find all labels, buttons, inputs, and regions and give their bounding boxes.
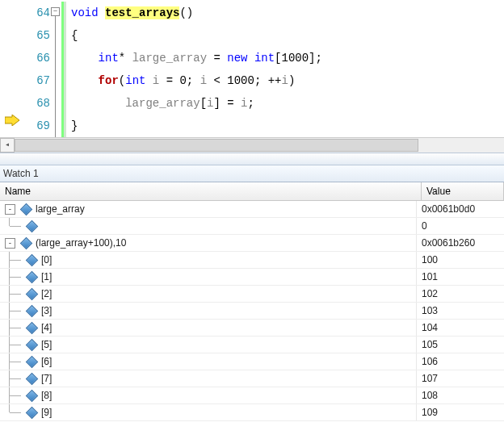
watch-row[interactable]: [5]105 [0,337,504,353]
code-token: large_array [125,97,200,110]
code-editor[interactable]: 64 65 66 67 68 69 − void test_arrays(){ … [0,0,504,137]
watch-value-text[interactable]: 0x0061b0d0 [417,201,504,217]
code-token: * [119,52,132,65]
watch-value-text[interactable]: 108 [417,387,504,403]
watch-row-name-cell[interactable]: [4] [0,320,417,336]
watch-expression-text[interactable]: [0] [41,252,52,268]
variable-icon [26,287,39,300]
variable-icon [26,372,39,385]
editor-horizontal-scrollbar[interactable]: ◂ [0,137,504,153]
fold-toggle-icon[interactable]: − [51,7,60,16]
watch-panel[interactable]: Name Value -large_array0x0061b0d00-(larg… [0,182,504,439]
code-line[interactable]: int* large_array = new int[1000]; [71,47,322,69]
watch-value-text[interactable]: 102 [417,286,504,302]
watch-row-name-cell[interactable]: [5] [0,337,417,353]
watch-row-name-cell[interactable]: [0] [0,252,417,268]
watch-row[interactable]: 0 [0,218,504,235]
code-token: ( [119,74,125,87]
fold-gutter: − [50,2,61,137]
code-line[interactable]: } [71,115,322,137]
watch-expression-text[interactable]: [3] [41,303,52,319]
watch-value-text[interactable]: 0x0061b260 [417,235,504,251]
tree-indent [0,370,41,387]
watch-row-name-cell[interactable] [0,218,417,234]
watch-value-text[interactable]: 109 [417,404,504,420]
code-token: { [71,29,78,42]
watch-expression-text[interactable]: [2] [41,286,52,302]
watch-expression-text[interactable]: [6] [41,353,52,370]
watch-row[interactable]: [2]102 [0,286,504,303]
watch-row[interactable]: [3]103 [0,303,504,320]
watch-expression-text[interactable]: [7] [41,370,52,387]
code-text-area[interactable]: void test_arrays(){ int* large_array = n… [66,2,322,137]
watch-row[interactable]: [1]101 [0,269,504,286]
watch-row-name-cell[interactable]: [7] [0,370,417,387]
line-number: 67 [27,69,50,92]
scrollbar-thumb[interactable] [15,139,418,152]
watch-row-name-cell[interactable]: [3] [0,303,417,319]
code-token [71,52,99,65]
watch-row-name-cell[interactable]: [2] [0,286,417,302]
line-number: 68 [27,92,50,115]
code-token: i [153,74,159,87]
watch-header-name[interactable]: Name [0,182,422,200]
code-line[interactable]: large_array[i] = i; [71,92,322,115]
tree-indent [0,252,41,268]
code-token: i [282,74,288,87]
watch-expression-text[interactable]: (large_array+100),10 [36,235,126,251]
watch-expression-text[interactable]: [5] [41,337,52,353]
watch-value-text[interactable]: 107 [417,370,504,387]
watch-row[interactable]: [6]106 [0,353,504,370]
line-number: 66 [27,47,50,69]
line-number: 69 [27,115,50,137]
watch-row-name-cell[interactable]: [6] [0,353,417,370]
variable-icon [26,321,39,334]
watch-value-text[interactable]: 106 [417,353,504,370]
svg-marker-0 [5,115,19,126]
watch-row[interactable]: [7]107 [0,370,504,387]
watch-row-name-cell[interactable]: -(large_array+100),10 [0,235,417,251]
watch-value-text[interactable]: 104 [417,320,504,336]
code-token: } [71,119,78,132]
watch-expression-text[interactable]: [9] [41,404,52,420]
variable-icon [20,236,33,249]
code-line[interactable]: void test_arrays() [71,2,322,24]
tree-indent [0,286,41,302]
watch-row[interactable]: [4]104 [0,320,504,337]
watch-expression-text[interactable]: large_array [36,201,85,217]
watch-header-value[interactable]: Value [422,182,504,200]
variable-icon [26,220,39,232]
watch-row[interactable]: [8]108 [0,387,504,404]
watch-row[interactable]: -(large_array+100),100x0061b260 [0,235,504,252]
watch-value-text[interactable]: 105 [417,337,504,353]
watch-row[interactable]: [0]100 [0,252,504,269]
tree-indent [0,337,41,353]
watch-panel-title[interactable]: Watch 1 [0,165,504,182]
watch-row-name-cell[interactable]: [1] [0,269,417,285]
code-token [71,97,125,110]
tree-toggle-icon[interactable]: - [5,204,15,215]
watch-expression-text[interactable]: [8] [41,387,52,403]
scroll-left-button[interactable]: ◂ [0,138,15,153]
watch-value-text[interactable]: 100 [417,252,504,268]
watch-value-text[interactable]: 101 [417,269,504,285]
watch-value-text[interactable]: 0 [417,218,504,234]
watch-row-name-cell[interactable]: [9] [0,404,417,420]
code-token: [ [200,97,207,110]
watch-expression-text[interactable]: [1] [41,269,52,285]
code-token: int [125,74,153,87]
tree-toggle-icon[interactable]: - [5,238,15,249]
variable-icon [26,389,39,402]
watch-value-text[interactable]: 103 [417,303,504,319]
watch-row[interactable]: [9]109 [0,404,504,421]
watch-row[interactable]: -large_array0x0061b0d0 [0,201,504,218]
code-token [71,74,99,87]
code-token: large_array [132,52,207,65]
panel-separator[interactable] [0,153,504,165]
watch-row-name-cell[interactable]: [8] [0,387,417,403]
code-line[interactable]: { [71,24,322,47]
watch-expression-text[interactable]: [4] [41,320,52,336]
variable-icon [26,270,39,283]
code-line[interactable]: for(int i = 0; i < 1000; ++i) [71,69,322,92]
watch-row-name-cell[interactable]: -large_array [0,201,417,217]
